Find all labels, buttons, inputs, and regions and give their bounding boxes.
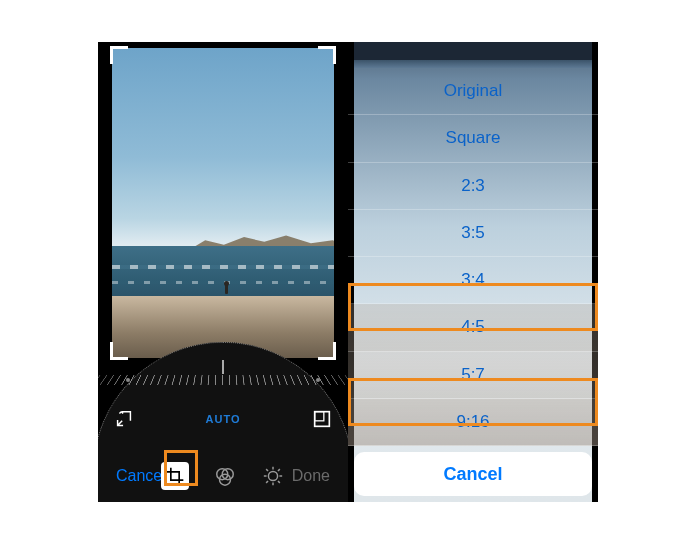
editor-bottom-bar: Cancel Done — [98, 450, 348, 502]
aspect-option-3-5[interactable]: 3:5 — [348, 210, 598, 257]
photo-wave — [112, 265, 334, 269]
sheet-top-grad — [348, 60, 598, 68]
dial-dot — [316, 378, 320, 382]
option-label: 9:16 — [456, 412, 489, 432]
done-button[interactable]: Done — [292, 467, 330, 485]
svg-line-11 — [278, 481, 280, 483]
screenshot-pair: AUTO Cancel Done — [98, 42, 598, 502]
aspect-option-original[interactable]: Original — [348, 68, 598, 115]
aspect-option-square[interactable]: Square — [348, 115, 598, 162]
cancel-label: Cancel — [443, 464, 502, 485]
option-label: 4:5 — [461, 317, 485, 337]
photo-wave — [112, 281, 334, 284]
svg-rect-1 — [315, 412, 324, 421]
photo-sea — [112, 246, 334, 302]
svg-line-12 — [266, 481, 268, 483]
aspect-option-4-5[interactable]: 4:5 — [348, 304, 598, 351]
crop-handle-tr[interactable] — [318, 46, 336, 64]
dial-dot — [126, 378, 130, 382]
option-label: Original — [444, 81, 503, 101]
option-label: 5:7 — [461, 365, 485, 385]
photo-editor-panel: AUTO Cancel Done — [98, 42, 348, 502]
option-label: 2:3 — [461, 176, 485, 196]
sheet-cancel-button[interactable]: Cancel — [354, 452, 592, 496]
option-label: Square — [446, 128, 501, 148]
aspect-option-2-3[interactable]: 2:3 — [348, 163, 598, 210]
photo-person — [225, 284, 228, 294]
aspect-ratio-sheet-panel: Original Square 2:3 3:5 3:4 4:5 5:7 9:16… — [348, 42, 598, 502]
crop-handle-tl[interactable] — [110, 46, 128, 64]
sheet-top-dark — [348, 42, 598, 60]
cancel-button[interactable]: Cancel — [116, 467, 166, 485]
svg-line-13 — [278, 469, 280, 471]
svg-point-5 — [268, 471, 277, 480]
aspect-ratio-list: Original Square 2:3 3:5 3:4 4:5 5:7 9:16 — [348, 68, 598, 446]
option-label: 3:5 — [461, 223, 485, 243]
option-label: 3:4 — [461, 270, 485, 290]
aspect-option-9-16[interactable]: 9:16 — [348, 399, 598, 446]
svg-rect-0 — [315, 412, 330, 427]
auto-label[interactable]: AUTO — [206, 413, 241, 425]
aspect-icon[interactable] — [310, 407, 334, 431]
dial-center-marker — [222, 360, 224, 374]
aspect-option-3-4[interactable]: 3:4 — [348, 257, 598, 304]
svg-line-10 — [266, 469, 268, 471]
photo-preview[interactable] — [112, 48, 334, 358]
adjust-icon[interactable] — [261, 464, 285, 488]
rotate-icon[interactable] — [112, 407, 136, 431]
filters-icon[interactable] — [213, 464, 237, 488]
crop-icon[interactable] — [161, 462, 189, 490]
crop-tool-row: AUTO — [98, 402, 348, 436]
aspect-option-5-7[interactable]: 5:7 — [348, 352, 598, 399]
